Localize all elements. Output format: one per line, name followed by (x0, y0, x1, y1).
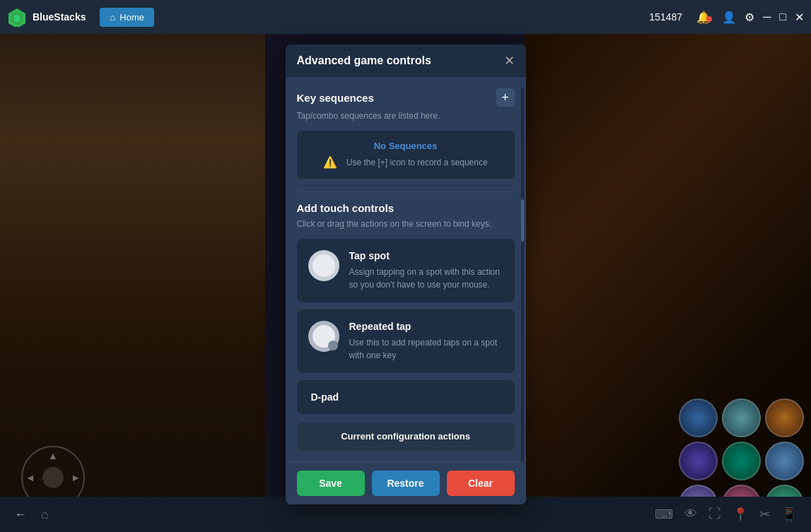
no-sequences-text-container: ⚠️ Use the [+] icon to record a sequence (307, 155, 505, 169)
restore-button[interactable]: Restore (372, 471, 440, 496)
top-bar: BlueStacks ⌂ Home 151487 🔔 👤 ⚙ ─ □ ✕ (0, 0, 811, 34)
current-config-title: Current configuration actions (308, 431, 503, 442)
save-button[interactable]: Save (297, 471, 365, 496)
tap-spot-card[interactable]: Tap spot Assign tapping on a spot with t… (297, 239, 515, 302)
profile-icon[interactable]: 👤 (722, 11, 736, 24)
advanced-game-controls-modal: Advanced game controls ✕ Key sequences +… (286, 45, 526, 504)
repeated-tap-icon-inner (313, 325, 335, 348)
maximize-icon[interactable]: □ (779, 11, 786, 23)
repeated-tap-card[interactable]: Repeated tap Use this to add repeated ta… (297, 309, 515, 373)
dpad-title: D-pad (311, 391, 501, 403)
settings-icon[interactable]: ⚙ (745, 11, 754, 24)
repeated-tap-info: Repeated tap Use this to add repeated ta… (349, 321, 503, 362)
clear-button[interactable]: Clear (447, 471, 515, 496)
tap-spot-icon (308, 250, 339, 281)
top-bar-right: 151487 🔔 👤 ⚙ ─ □ ✕ (649, 11, 804, 24)
counter-value: 151487 (649, 11, 682, 23)
touch-controls-subtitle: Click or drag the actions on the screen … (297, 218, 515, 230)
modal-overlay: Advanced game controls ✕ Key sequences +… (0, 34, 811, 532)
add-sequence-button[interactable]: + (496, 88, 515, 107)
repeated-tap-desc: Use this to add repeated taps on a spot … (349, 336, 503, 362)
close-icon[interactable]: ✕ (795, 11, 804, 24)
scrollbar[interactable] (521, 87, 524, 462)
current-config-section: Current configuration actions (297, 422, 515, 450)
scroll-thumb (521, 199, 524, 242)
tap-spot-info: Tap spot Assign tapping on a spot with t… (349, 250, 503, 291)
no-sequences-text: Use the [+] icon to record a sequence (346, 158, 488, 167)
bluestacks-logo-icon (7, 7, 27, 27)
key-sequences-subtitle: Tap/combo sequences are listed here. (297, 111, 515, 121)
tap-spot-icon-inner (313, 254, 335, 277)
home-label: Home (119, 12, 144, 23)
home-icon: ⌂ (110, 12, 115, 23)
no-sequences-link: No Sequences (307, 141, 505, 151)
modal-header: Advanced game controls ✕ (286, 45, 526, 77)
notification-dot (706, 16, 712, 22)
dpad-card[interactable]: D-pad (297, 380, 515, 414)
modal-title: Advanced game controls (297, 54, 431, 67)
section-divider (297, 191, 515, 192)
bluestacks-logo: BlueStacks (7, 7, 86, 27)
repeated-tap-name: Repeated tap (349, 321, 503, 332)
minimize-icon[interactable]: ─ (763, 11, 771, 23)
logo-text: BlueStacks (33, 11, 86, 23)
touch-controls-title: Add touch controls (297, 202, 515, 214)
home-button[interactable]: ⌂ Home (100, 8, 154, 27)
tap-spot-name: Tap spot (349, 250, 503, 261)
no-sequences-box: No Sequences ⚠️ Use the [+] icon to reco… (297, 131, 515, 179)
tap-spot-desc: Assign tapping on a spot with this actio… (349, 266, 503, 291)
sequence-icons: ⚠️ (323, 155, 337, 169)
modal-body[interactable]: Key sequences + Tap/combo sequences are … (286, 77, 526, 461)
notification-icon[interactable]: 🔔 (696, 11, 711, 24)
key-sequences-header: Key sequences + (297, 88, 515, 107)
touch-controls-section: Add touch controls Click or drag the act… (297, 202, 515, 414)
modal-footer: Save Restore Clear (286, 461, 526, 504)
modal-close-button[interactable]: ✕ (504, 54, 515, 67)
repeated-tap-icon (308, 321, 339, 352)
key-sequences-title: Key sequences (297, 92, 374, 104)
